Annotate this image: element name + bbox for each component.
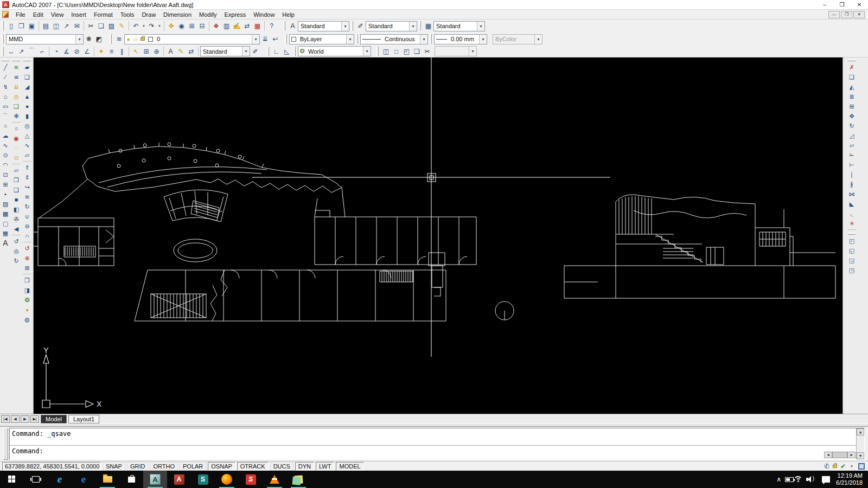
command-window-grab-bar[interactable] (3, 428, 8, 460)
menu-view[interactable]: View (47, 11, 68, 18)
dim-radius-icon[interactable]: ◔ (51, 46, 61, 56)
dim-text-edit-icon[interactable]: A (165, 46, 176, 56)
toolbar-grip[interactable] (2, 34, 4, 44)
rectangle-icon[interactable]: ▭ (1, 101, 10, 111)
dim-update-icon[interactable]: ⇄ (186, 46, 196, 56)
menu-format[interactable]: Format (90, 11, 117, 18)
toolbar-grip[interactable] (2, 21, 4, 31)
layer-dropdown[interactable]: ● ☼ 0 ▾ (124, 34, 260, 44)
fillet-icon[interactable]: ◟ (847, 209, 857, 219)
toolbar-grip[interactable] (285, 34, 287, 44)
menu-dimension[interactable]: Dimension (159, 11, 195, 18)
layer-isolate-icon[interactable]: ◎ (11, 92, 21, 101)
make-object-layer-current-icon[interactable]: ⇊ (260, 34, 270, 44)
toolbar-grip[interactable] (430, 34, 432, 44)
stretch-icon[interactable]: ▱ (847, 140, 857, 150)
convert-object-viewport-icon[interactable]: ❏ (412, 46, 422, 56)
scroll-down-icon[interactable]: ▼ (857, 452, 864, 459)
status-tray-menu-icon[interactable]: ▾ (847, 461, 856, 471)
last-tab-button[interactable]: ▶| (30, 415, 39, 423)
taskbar-vlc[interactable] (263, 471, 286, 488)
cone-icon[interactable]: ▲ (22, 92, 32, 101)
publish-icon[interactable]: ↗ (61, 21, 72, 31)
join-icon[interactable]: ⋈ (847, 189, 857, 199)
scroll-up-icon[interactable]: ▲ (857, 428, 864, 435)
save-workspace-icon[interactable]: ◩ (94, 34, 104, 44)
volume-icon[interactable]: ) (806, 476, 814, 483)
region-icon[interactable]: ▢ (1, 219, 10, 228)
lwt-toggle[interactable]: LWT (316, 462, 334, 471)
table-style-dropdown[interactable]: Standard ▾ (433, 21, 485, 31)
ortho-toggle[interactable]: ORTHO (150, 462, 178, 471)
chevron-down-icon[interactable]: ▾ (479, 35, 487, 44)
tolerance-icon[interactable]: ⊞ (141, 46, 151, 56)
open-icon[interactable]: ❐ (16, 21, 27, 31)
intersect-icon[interactable]: ∩ (22, 231, 32, 241)
command-vertical-scrollbar[interactable]: ▲ ▼ (856, 428, 864, 459)
center-mark-icon[interactable]: ⊕ (151, 46, 162, 56)
dim-angular-icon[interactable]: ∠ (82, 46, 92, 56)
layer-unlock-icon[interactable]: ◌ (11, 143, 21, 153)
color-dropdown[interactable]: ByLayer ▾ (289, 34, 354, 44)
2d-wireframe-icon[interactable]: ▱ (11, 165, 21, 175)
layer-previous-icon[interactable]: ↩ (270, 34, 280, 44)
offset-icon[interactable]: ≣ (847, 92, 857, 101)
polysolid-icon[interactable]: ▰ (22, 62, 32, 72)
mirror-icon[interactable]: ◭ (847, 82, 857, 92)
copy-object-icon[interactable]: ❏ (847, 72, 857, 82)
menu-insert[interactable]: Insert (67, 11, 90, 18)
menu-help[interactable]: Help (278, 11, 298, 18)
workspace-settings-gear-icon[interactable]: ❋ (84, 34, 94, 44)
subtract-icon[interactable]: ⊖ (22, 221, 32, 231)
bring-to-front-icon[interactable]: ◰ (847, 236, 857, 246)
taskbar-internet-explorer[interactable]: e (48, 471, 72, 488)
tray-chevron-icon[interactable]: ∧ (776, 476, 781, 483)
maximize-button[interactable]: ❐ (833, 0, 851, 10)
battery-icon[interactable] (785, 477, 794, 482)
lock-position-icon[interactable]: ⊙ (11, 153, 21, 163)
scrollbar-thumb[interactable] (832, 452, 847, 458)
command-prompt-line[interactable]: Command: (10, 445, 856, 459)
validate-drawing-icon[interactable]: ✔ (839, 461, 847, 471)
menu-edit[interactable]: Edit (29, 11, 47, 18)
ellipse-arc-icon[interactable]: ◠ (1, 160, 10, 170)
3d-rotate-icon[interactable]: ↺ (22, 243, 32, 253)
text-style-icon[interactable]: A (288, 21, 298, 31)
start-button[interactable] (0, 471, 24, 488)
toolbar-grip[interactable] (356, 34, 358, 44)
3d-align-icon[interactable]: ⊕ (22, 253, 32, 263)
dim-style-dropdown[interactable]: Standard ▾ (366, 21, 417, 31)
toolbar-lock-icon[interactable] (833, 465, 837, 468)
taskbar-store[interactable] (119, 471, 143, 488)
cut-icon[interactable]: ✂ (86, 21, 96, 31)
osnap-toggle[interactable]: OSNAP (208, 462, 235, 471)
taskbar-clock[interactable]: 12:19 AM 6/21/2018 (836, 472, 863, 486)
visual-styles-icon[interactable]: ◨ (22, 285, 32, 295)
extend-icon[interactable]: ⊢ (847, 160, 857, 170)
multiline-text-icon[interactable]: A (1, 238, 10, 248)
hidden-visual-style-icon[interactable]: ❑ (11, 185, 21, 195)
3d-wireframe-icon[interactable]: ❒ (11, 175, 21, 185)
pan-icon[interactable]: ✥ (166, 21, 176, 31)
chevron-down-icon[interactable]: ▾ (477, 22, 484, 31)
scroll-left-icon[interactable]: ◀ (824, 452, 832, 458)
materials-icon[interactable]: ◕ (22, 305, 32, 314)
sheet-set-manager-icon[interactable]: ❖ (211, 21, 221, 31)
dyn-toggle[interactable]: DYN (295, 462, 314, 471)
toolbar-grip[interactable] (2, 59, 9, 61)
new-icon[interactable]: ▯ (6, 21, 16, 31)
helix-icon[interactable]: ∿ (22, 140, 32, 150)
toolbar-grip[interactable] (110, 34, 112, 44)
communication-center-icon[interactable]: ✆ (822, 461, 831, 471)
loft-icon[interactable]: ≋ (22, 192, 32, 202)
dim-style-toolbar-icon[interactable]: ✐ (355, 21, 366, 31)
dim-ordinate-icon[interactable]: ⌐ (37, 46, 47, 56)
plot-preview-icon[interactable]: ◫ (51, 21, 61, 31)
free-orbit-icon[interactable]: ◎ (11, 246, 21, 256)
layer-color-swatch[interactable] (148, 37, 153, 42)
array-icon[interactable]: ⊞ (847, 101, 857, 111)
toolbar-grip[interactable] (283, 21, 285, 31)
command-horizontal-scrollbar[interactable]: ◀ ▶ (824, 452, 856, 459)
polygonal-viewport-icon[interactable]: ◰ (401, 46, 412, 56)
revolve-icon[interactable]: ↻ (22, 202, 32, 211)
